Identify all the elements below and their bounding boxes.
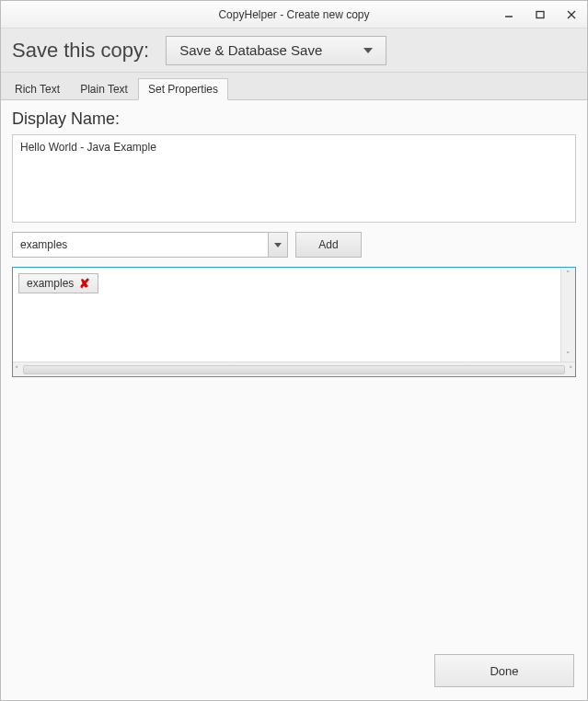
- tag-chip-label: examples: [27, 277, 74, 290]
- minimize-icon: [504, 10, 513, 19]
- svg-rect-1: [536, 11, 544, 17]
- tab-content: Display Name: Add examples ✘ ˄ ˅ ˂: [1, 100, 587, 700]
- save-strip-label: Save this copy:: [12, 39, 149, 63]
- maximize-icon: [536, 10, 545, 19]
- window-title: CopyHelper - Create new copy: [218, 8, 369, 21]
- chevron-down-icon: [363, 48, 373, 53]
- maximize-button[interactable]: [525, 1, 556, 28]
- tag-combo-dropdown[interactable]: [268, 232, 288, 258]
- close-button[interactable]: [556, 1, 587, 28]
- tag-chip[interactable]: examples ✘: [18, 273, 98, 293]
- scroll-left-icon: ˂: [15, 365, 19, 374]
- scroll-down-icon: ˅: [566, 350, 571, 360]
- scroll-right-icon: ˃: [569, 365, 573, 374]
- tab-plain-text[interactable]: Plain Text: [70, 78, 138, 99]
- remove-icon[interactable]: ✘: [79, 277, 90, 290]
- footer: Done: [434, 654, 574, 687]
- tag-combo-input[interactable]: [12, 232, 268, 258]
- horizontal-scrollbar[interactable]: ˂ ˃: [13, 362, 575, 376]
- titlebar: CopyHelper - Create new copy: [1, 1, 587, 29]
- window: CopyHelper - Create new copy Save this c…: [0, 0, 588, 701]
- display-name-label: Display Name:: [12, 109, 576, 129]
- tag-combo: [12, 232, 288, 258]
- window-controls: [493, 1, 587, 28]
- scroll-up-icon: ˄: [566, 270, 571, 279]
- save-mode-select[interactable]: Save & Database Save: [166, 36, 386, 65]
- tab-bar: Rich Text Plain Text Set Properties: [1, 73, 587, 100]
- tab-rich-text[interactable]: Rich Text: [5, 78, 70, 99]
- vertical-scrollbar[interactable]: ˄ ˅: [560, 268, 575, 362]
- save-mode-value: Save & Database Save: [179, 42, 322, 58]
- display-name-input[interactable]: [12, 134, 576, 223]
- scroll-track: [23, 365, 565, 374]
- chevron-down-icon: [274, 243, 282, 247]
- tab-set-properties[interactable]: Set Properties: [138, 78, 228, 100]
- tag-add-row: Add: [12, 232, 576, 258]
- close-icon: [567, 10, 576, 19]
- minimize-button[interactable]: [493, 1, 525, 28]
- done-button[interactable]: Done: [434, 654, 574, 687]
- save-strip: Save this copy: Save & Database Save: [1, 29, 587, 73]
- tag-list-box: examples ✘ ˄ ˅ ˂ ˃: [12, 267, 576, 377]
- add-button[interactable]: Add: [295, 232, 362, 258]
